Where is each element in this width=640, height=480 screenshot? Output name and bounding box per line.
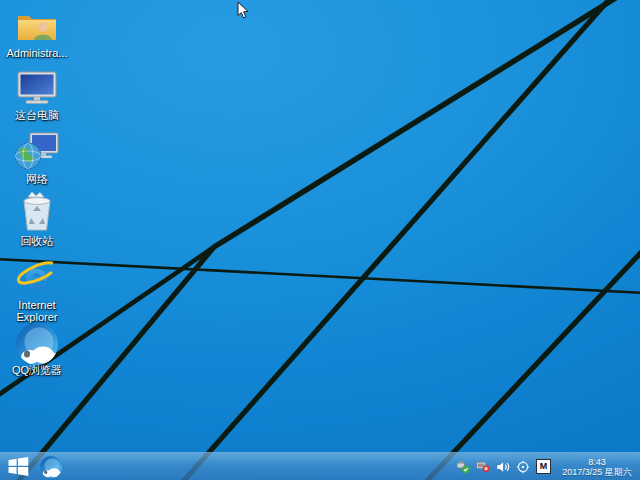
taskbar: M 8:43 2017/3/25 星期六 [0, 452, 640, 480]
crosshair-icon[interactable] [516, 459, 530, 474]
recycle-bin-icon [18, 194, 56, 232]
volume-icon[interactable] [496, 459, 510, 474]
start-button[interactable] [0, 453, 36, 480]
administrator-folder-icon [16, 6, 58, 44]
desktop-icon-qq-browser[interactable]: QQ浏览器 [1, 324, 73, 376]
system-tray: M 8:43 2017/3/25 星期六 [456, 456, 640, 478]
desktop-icon-label: 网络 [26, 173, 48, 185]
taskbar-item-qq-browser[interactable] [36, 453, 66, 480]
desktop-icon-recycle-bin[interactable]: 回收站 [1, 194, 73, 247]
wallpaper-light-beams [0, 0, 640, 480]
internet-explorer-icon: e [15, 258, 59, 296]
this-pc-icon [14, 68, 60, 106]
clock-date: 2017/3/25 星期六 [561, 467, 633, 478]
qq-browser-taskbar-icon [39, 455, 63, 479]
tray-clock[interactable]: 8:43 2017/3/25 星期六 [561, 456, 635, 478]
network-icon [14, 132, 60, 170]
desktop-icon-label: QQ浏览器 [12, 364, 62, 376]
desktop-icon-label: 回收站 [21, 235, 54, 247]
clock-time: 8:43 [561, 457, 633, 468]
desktop-icon-label: 这台电脑 [15, 109, 59, 121]
windows-logo-icon [8, 457, 29, 476]
desktop-icon-administrator[interactable]: Administra... [1, 6, 73, 59]
desktop-icon-this-pc[interactable]: 这台电脑 [1, 68, 73, 121]
network-error-icon[interactable] [476, 459, 490, 474]
desktop-icon-internet-explorer[interactable]: e Internet Explorer [1, 258, 73, 323]
desktop-icon-label: Internet Explorer [5, 299, 69, 323]
usb-safe-remove-icon[interactable] [456, 459, 470, 474]
mouse-cursor [237, 1, 250, 24]
qq-browser-icon [14, 324, 60, 366]
desktop-icon-label: Administra... [6, 47, 67, 59]
input-method-indicator[interactable]: M [536, 459, 551, 474]
desktop-icon-network[interactable]: 网络 [1, 132, 73, 185]
